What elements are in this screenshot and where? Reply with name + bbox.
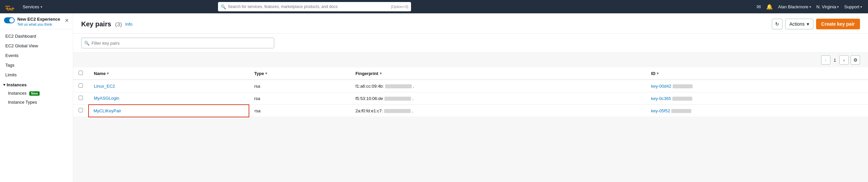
sidebar-item-events[interactable]: Events <box>0 51 73 60</box>
col-header-name: Name ▾ <box>89 67 249 80</box>
sidebar-item-instance-types[interactable]: Instance Types <box>0 98 73 107</box>
filter-search-icon: 🔍 <box>84 41 90 46</box>
region-label: N. Virginia <box>816 4 836 9</box>
col-header-id: ID ▾ <box>646 67 868 80</box>
search-input[interactable] <box>228 4 389 9</box>
row-1-key-id[interactable]: key-0c365 <box>651 96 671 101</box>
support-menu[interactable]: Support ▾ <box>842 4 864 10</box>
fingerprint-dot: . <box>411 96 413 101</box>
row-checkbox-cell <box>73 92 89 105</box>
table-row: MyCLIKeyPairrsa2a:f0:fd:e1:c7: .key-05f5… <box>73 105 868 117</box>
row-fingerprint-cell: f5:53:10:06:de . <box>350 92 646 105</box>
global-search[interactable]: 🔍 [Option+S] <box>218 2 411 11</box>
ec2-experience-text: New EC2 Experience Tell us what you thin… <box>17 17 62 26</box>
region-menu[interactable]: N. Virginia ▾ <box>814 4 841 10</box>
type-sort-icon[interactable]: ▾ <box>265 71 267 76</box>
new-ec2-toggle[interactable] <box>4 17 14 23</box>
redacted-key-id <box>672 97 692 101</box>
row-type-cell: rsa <box>249 105 350 117</box>
ec2-experience-toggle: New EC2 Experience Tell us what you thin… <box>0 13 73 29</box>
refresh-button[interactable]: ↻ <box>772 19 782 29</box>
sidebar: New EC2 Experience Tell us what you thin… <box>0 13 73 182</box>
row-2-checkbox[interactable] <box>79 108 83 112</box>
redacted-key-id <box>673 84 692 88</box>
support-label: Support <box>844 4 859 9</box>
instances-link-label: Instances <box>8 91 27 96</box>
row-1-checkbox[interactable] <box>79 96 83 100</box>
sidebar-item-tags[interactable]: Tags <box>0 60 73 70</box>
sidebar-item-ec2-global-view[interactable]: EC2 Global View <box>0 41 73 51</box>
ec2-experience-sublink[interactable]: Tell us what you think <box>17 22 62 26</box>
fingerprint-sort-icon[interactable]: ▾ <box>380 71 382 76</box>
pagination-row: ‹ 1 › ⚙ <box>73 53 868 67</box>
pagination-page-number: 1 <box>832 58 837 63</box>
sidebar-close-button[interactable]: ✕ <box>65 17 69 24</box>
main-content: Key pairs (3) Info ↻ Actions ▾ Create ke… <box>73 13 868 182</box>
row-type-cell: rsa <box>249 92 350 105</box>
row-1-name[interactable]: MyASGLogin <box>94 96 120 101</box>
select-all-header <box>73 67 89 80</box>
page-title-left: Key pairs (3) Info <box>81 20 132 28</box>
row-name-cell: Linux_EC2 <box>89 80 249 92</box>
settings-icon: ⚙ <box>854 57 858 63</box>
sidebar-item-instances[interactable]: Instances New <box>0 89 73 98</box>
actions-button[interactable]: Actions ▾ <box>785 19 813 29</box>
filter-input[interactable] <box>92 41 271 46</box>
sidebar-item-limits[interactable]: Limits <box>0 70 73 80</box>
ec2-experience-label: New EC2 Experience <box>17 17 62 22</box>
info-link[interactable]: Info <box>125 22 132 27</box>
fingerprint-dot: . <box>412 84 414 89</box>
pagination-prev-button[interactable]: ‹ <box>821 55 830 65</box>
page-count: (3) <box>115 21 122 28</box>
table-body: Linux_EC2rsaf1:a6:cc:09:4b: .key-00d42My… <box>73 80 868 117</box>
redacted-key-id <box>671 109 691 113</box>
id-sort-icon[interactable]: ▾ <box>657 71 659 76</box>
redacted-fingerprint <box>384 109 411 113</box>
aws-logo[interactable]: aws <box>4 3 16 11</box>
pagination-settings-button[interactable]: ⚙ <box>851 55 860 65</box>
redacted-fingerprint <box>384 97 411 101</box>
search-shortcut: [Option+S] <box>391 5 408 9</box>
row-0-name[interactable]: Linux_EC2 <box>94 84 115 89</box>
row-2-fingerprint: 2a:f0:fd:e1:c7: <box>355 108 383 113</box>
pagination-next-icon: › <box>843 58 845 63</box>
key-pairs-table-wrap: Name ▾ Type ▾ Fingerprin <box>73 67 868 117</box>
instances-new-badge: New <box>29 91 40 96</box>
table-row: Linux_EC2rsaf1:a6:cc:09:4b: .key-00d42 <box>73 80 868 92</box>
select-all-checkbox[interactable] <box>79 71 83 75</box>
user-menu[interactable]: Alan Blackmore ▾ <box>776 4 813 10</box>
row-0-checkbox[interactable] <box>79 83 83 88</box>
row-checkbox-cell <box>73 105 89 117</box>
name-sort-icon[interactable]: ▾ <box>107 71 109 76</box>
row-id-cell: key-05f52 <box>646 105 868 117</box>
row-0-fingerprint: f1:a6:cc:09:4b: <box>355 84 384 89</box>
row-0-key-id[interactable]: key-00d42 <box>651 84 671 89</box>
page-title-text: Key pairs <box>81 20 111 28</box>
sidebar-section-instances[interactable]: ▾ Instances <box>0 80 73 89</box>
fingerprint-dot: . <box>411 108 413 113</box>
app-body: New EC2 Experience Tell us what you thin… <box>0 13 868 182</box>
bell-icon-button[interactable]: 🔔 <box>764 3 775 11</box>
col-header-type: Type ▾ <box>249 67 350 80</box>
row-id-cell: key-0c365 <box>646 92 868 105</box>
region-caret-icon: ▾ <box>837 5 839 9</box>
user-menu-caret-icon: ▾ <box>809 5 811 9</box>
row-type-cell: rsa <box>249 80 350 92</box>
table-row: MyASGLoginrsaf5:53:10:06:de .key-0c365 <box>73 92 868 105</box>
row-checkbox-cell <box>73 80 89 92</box>
sidebar-item-ec2-dashboard[interactable]: EC2 Dashboard <box>0 31 73 41</box>
mail-icon-button[interactable]: ✉ <box>754 3 763 11</box>
services-nav[interactable]: Services ▾ <box>20 3 45 11</box>
page-title: Key pairs (3) <box>81 20 122 28</box>
row-id-cell: key-00d42 <box>646 80 868 92</box>
pagination-next-button[interactable]: › <box>839 55 849 65</box>
key-pairs-table: Name ▾ Type ▾ Fingerprin <box>73 67 868 117</box>
row-2-name[interactable]: MyCLIKeyPair <box>94 108 121 113</box>
page-title-row: Key pairs (3) Info ↻ Actions ▾ Create ke… <box>81 19 860 29</box>
top-navigation: aws Services ▾ 🔍 [Option+S] ✉ 🔔 Alan Bla… <box>0 0 868 13</box>
actions-caret-icon: ▾ <box>807 21 809 27</box>
row-2-key-id[interactable]: key-05f52 <box>651 108 670 113</box>
create-key-pair-button[interactable]: Create key pair <box>816 19 860 29</box>
pagination-prev-icon: ‹ <box>825 58 827 63</box>
actions-label: Actions <box>789 21 805 27</box>
